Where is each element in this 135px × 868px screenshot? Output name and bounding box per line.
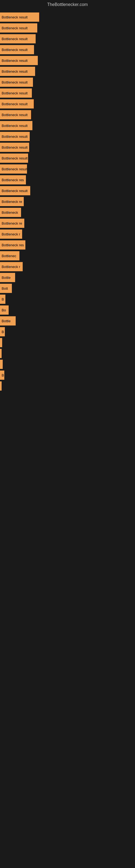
bar-row: Bottleneck result — [0, 12, 135, 22]
bar-row — [0, 381, 135, 391]
bottleneck-bar: Bottleneck re — [0, 197, 24, 206]
bar-row: Bott — [0, 283, 135, 293]
bar-row: Bottle — [0, 316, 135, 326]
bottleneck-bar: Bottle — [0, 273, 15, 282]
bottleneck-bar: B — [0, 371, 4, 380]
bottleneck-bar: Bottleneck result — [0, 88, 32, 98]
bar-row: Bottleneck result — [0, 77, 135, 87]
bar-row: Bottleneck result — [0, 153, 135, 163]
bar-row — [0, 337, 135, 348]
bar-row: Bottleneck r — [0, 229, 135, 239]
bar-row: B — [0, 370, 135, 380]
bar-row: Bottleneck result — [0, 164, 135, 174]
bar-row — [0, 348, 135, 359]
bar-row — [0, 359, 135, 369]
bar-row: Bottleneck result — [0, 142, 135, 152]
bar-row: Bottleneck result — [0, 55, 135, 66]
bottleneck-bar: Bottleneck result — [0, 132, 30, 141]
bottleneck-bar: Bottleneck re — [0, 219, 24, 228]
bar-row: Bottleneck res — [0, 240, 135, 250]
bar-row: Bottleneck result — [0, 131, 135, 142]
bottleneck-bar — [0, 381, 2, 391]
bar-row: Bottleneck result — [0, 110, 135, 120]
bar-row: B — [0, 327, 135, 337]
bottleneck-bar: Bottleneck result — [0, 45, 34, 54]
bar-row: Bottleneck result — [0, 186, 135, 196]
bar-row: Bottleneck re — [0, 218, 135, 228]
bottleneck-bar: B — [0, 327, 5, 336]
bottleneck-bar: Bottlenec — [0, 251, 19, 260]
bottleneck-bar: Bottleneck res — [0, 240, 26, 250]
bottleneck-bar: Bottleneck — [0, 208, 21, 217]
bar-row: Bottleneck result — [0, 66, 135, 76]
bottleneck-bar: Bottleneck result — [0, 99, 34, 108]
bottleneck-bar: Bottleneck result — [0, 67, 35, 76]
bar-row: Bottlenec — [0, 251, 135, 261]
bottleneck-bar: Bott — [0, 284, 12, 293]
bottleneck-bar: Bottleneck result — [0, 164, 27, 174]
site-title: TheBottlenecker.com — [0, 0, 135, 9]
bar-row: Bo — [0, 305, 135, 315]
bottleneck-bar: Bottle — [0, 316, 16, 326]
bottleneck-bar — [0, 349, 2, 358]
bottleneck-bar: B — [0, 294, 5, 304]
bar-row: Bottleneck r — [0, 261, 135, 272]
bar-row: Bottleneck re — [0, 196, 135, 207]
bottleneck-bar: Bottleneck result — [0, 34, 36, 43]
bottleneck-bar: Bottleneck r — [0, 229, 22, 239]
bottleneck-bar: Bottleneck result — [0, 121, 32, 130]
bar-row: Bottleneck result — [0, 88, 135, 98]
bottleneck-bar: Bottleneck result — [0, 12, 39, 22]
bottleneck-bar: Bo — [0, 305, 9, 315]
bottleneck-bar — [0, 338, 2, 347]
bar-row: Bottleneck result — [0, 44, 135, 55]
bottleneck-bar: Bottleneck r — [0, 262, 23, 271]
bottleneck-bar: Bottleneck result — [0, 56, 38, 65]
bottleneck-bar: Bottleneck result — [0, 186, 30, 195]
bar-row: Bottleneck res — [0, 175, 135, 185]
bar-row: B — [0, 294, 135, 304]
bar-row: Bottleneck result — [0, 23, 135, 33]
bottleneck-bar: Bottleneck res — [0, 175, 26, 184]
bar-row: Bottle — [0, 272, 135, 283]
bottleneck-bar: Bottleneck result — [0, 78, 33, 87]
bar-row: Bottleneck result — [0, 99, 135, 109]
bars-container: Bottleneck resultBottleneck resultBottle… — [0, 9, 135, 394]
bar-row: Bottleneck result — [0, 34, 135, 44]
bottleneck-bar — [0, 360, 3, 369]
bar-row: Bottleneck — [0, 207, 135, 218]
bottleneck-bar: Bottleneck result — [0, 154, 28, 163]
bottleneck-bar: Bottleneck result — [0, 23, 37, 33]
bottleneck-bar: Bottleneck result — [0, 143, 29, 152]
bar-row: Bottleneck result — [0, 120, 135, 131]
bottleneck-bar: Bottleneck result — [0, 110, 31, 119]
